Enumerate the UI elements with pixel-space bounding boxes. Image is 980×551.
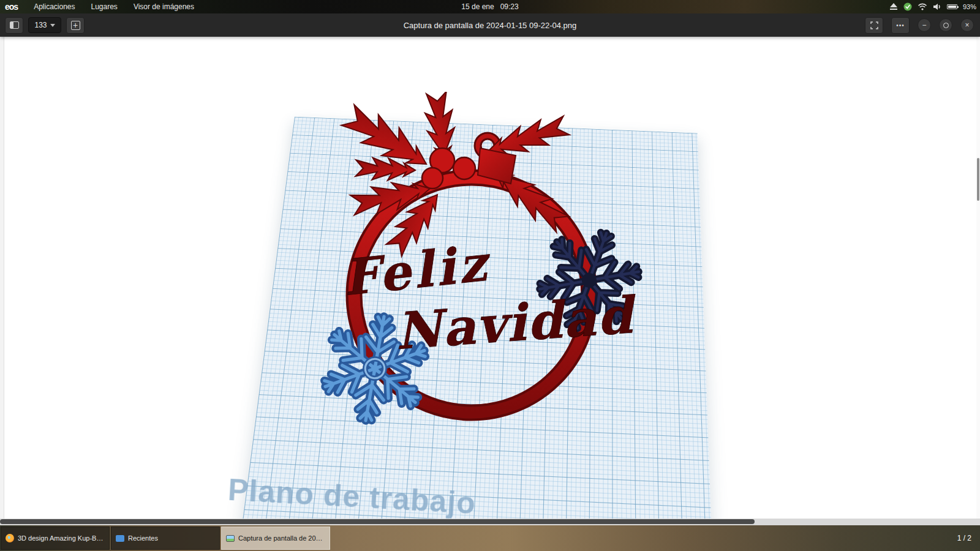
task-item-image-viewer[interactable]: Captura de pantalla de 2024-01-1... xyxy=(221,527,330,550)
distro-logo[interactable]: eos xyxy=(5,2,18,12)
ellipsis-icon: ••• xyxy=(896,22,905,29)
menu-aplicaciones[interactable]: Aplicaciones xyxy=(34,2,75,11)
clock-date: 15 de ene xyxy=(461,2,494,11)
horizontal-scrollbar-thumb[interactable] xyxy=(0,519,755,524)
maximize-button[interactable] xyxy=(939,18,952,32)
menu-lugares[interactable]: Lugares xyxy=(91,2,118,11)
menu-button[interactable]: ••• xyxy=(891,17,910,34)
desktop: eos Aplicaciones Lugares Visor de imágen… xyxy=(0,0,980,551)
battery-percentage: 93% xyxy=(963,3,976,10)
task-item-label: 3D design Amazing Kup-Bruticus | ... xyxy=(18,534,105,542)
minimize-button[interactable]: − xyxy=(918,18,931,32)
firefox-icon xyxy=(6,534,14,542)
vertical-scrollbar-thumb[interactable] xyxy=(977,158,979,201)
image-viewer-icon xyxy=(226,535,235,542)
vertical-scrollbar[interactable] xyxy=(976,37,980,525)
panel-left: eos Aplicaciones Lugares Visor de imágen… xyxy=(0,2,194,12)
chevron-down-icon xyxy=(50,24,55,27)
workplane-grid xyxy=(241,117,712,525)
image-viewer-toolbar: 133 + Captura de pantalla de 2024-01-15 … xyxy=(0,13,980,37)
wifi-icon[interactable] xyxy=(918,3,927,10)
sidebar-edge xyxy=(0,37,4,525)
close-button[interactable]: × xyxy=(960,18,974,32)
close-icon: × xyxy=(965,21,969,29)
task-item-label: Recientes xyxy=(128,534,158,542)
task-item-firefox[interactable]: 3D design Amazing Kup-Bruticus | ... xyxy=(1,527,110,550)
eject-icon[interactable] xyxy=(889,3,898,10)
workspace-indicator[interactable]: 1 / 2 xyxy=(957,525,971,551)
zoom-in-button[interactable]: + xyxy=(66,17,85,34)
fullscreen-icon xyxy=(870,21,878,29)
system-tray[interactable]: 93% xyxy=(889,0,976,13)
maximize-icon xyxy=(943,23,949,28)
fullscreen-button[interactable] xyxy=(865,17,883,34)
taskbar: 3D design Amazing Kup-Bruticus | ... Rec… xyxy=(0,525,980,551)
task-item-recientes[interactable]: Recientes xyxy=(111,527,220,550)
battery-icon[interactable] xyxy=(947,4,957,9)
sidebar-icon xyxy=(10,21,19,29)
image-canvas: Feliz Navidad Plano de trabajo xyxy=(0,37,980,525)
zoom-level-value: 133 xyxy=(34,21,47,29)
window-title: Captura de pantalla de 2024-01-15 09-22-… xyxy=(0,21,980,30)
sidebar-toggle-button[interactable] xyxy=(5,17,23,34)
minimize-icon: − xyxy=(922,21,926,29)
task-item-label: Captura de pantalla de 2024-01-1... xyxy=(238,534,325,542)
shield-check-icon[interactable] xyxy=(903,2,912,11)
toolbar-right: ••• − × xyxy=(865,17,974,34)
zoom-level-dropdown[interactable]: 133 xyxy=(28,17,61,33)
toolbar-left: 133 + xyxy=(0,17,85,34)
battery-fill xyxy=(948,6,956,8)
volume-icon[interactable] xyxy=(933,3,941,10)
clock-time: 09:23 xyxy=(500,2,519,11)
top-panel: eos Aplicaciones Lugares Visor de imágen… xyxy=(0,0,980,13)
zoom-in-icon: + xyxy=(71,21,80,30)
folder-icon xyxy=(116,535,124,542)
menu-visor-de-imagenes[interactable]: Visor de imágenes xyxy=(134,2,194,11)
horizontal-scrollbar[interactable] xyxy=(0,519,980,525)
